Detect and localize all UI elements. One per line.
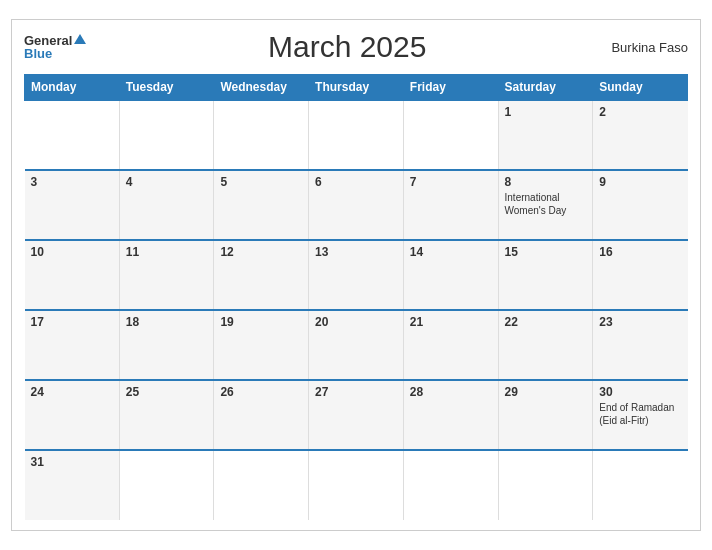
day-number: 29 bbox=[505, 385, 587, 399]
day-number: 23 bbox=[599, 315, 681, 329]
calendar-table: Monday Tuesday Wednesday Thursday Friday… bbox=[24, 74, 688, 520]
day-number: 21 bbox=[410, 315, 492, 329]
table-row: 21 bbox=[403, 310, 498, 380]
table-row: 2 bbox=[593, 100, 688, 170]
table-row: 23 bbox=[593, 310, 688, 380]
table-row: 7 bbox=[403, 170, 498, 240]
table-row: 17 bbox=[25, 310, 120, 380]
event-label: End of Ramadan (Eid al-Fitr) bbox=[599, 401, 681, 427]
day-number: 17 bbox=[31, 315, 113, 329]
day-number: 4 bbox=[126, 175, 208, 189]
calendar-container: General Blue March 2025 Burkina Faso Mon… bbox=[11, 19, 701, 531]
day-number: 1 bbox=[505, 105, 587, 119]
table-row: 31 bbox=[25, 450, 120, 520]
day-number: 25 bbox=[126, 385, 208, 399]
table-row: 24 bbox=[25, 380, 120, 450]
day-number: 16 bbox=[599, 245, 681, 259]
table-row bbox=[403, 100, 498, 170]
event-label: International Women's Day bbox=[505, 191, 587, 217]
table-row bbox=[119, 450, 214, 520]
day-number: 8 bbox=[505, 175, 587, 189]
calendar-header: General Blue March 2025 Burkina Faso bbox=[24, 30, 688, 64]
table-row: 25 bbox=[119, 380, 214, 450]
table-row: 30End of Ramadan (Eid al-Fitr) bbox=[593, 380, 688, 450]
table-row: 19 bbox=[214, 310, 309, 380]
table-row bbox=[214, 100, 309, 170]
day-number: 19 bbox=[220, 315, 302, 329]
day-number: 20 bbox=[315, 315, 397, 329]
day-number: 12 bbox=[220, 245, 302, 259]
calendar-week-row: 31 bbox=[25, 450, 688, 520]
table-row bbox=[214, 450, 309, 520]
table-row bbox=[119, 100, 214, 170]
day-number: 26 bbox=[220, 385, 302, 399]
day-number: 2 bbox=[599, 105, 681, 119]
country-name: Burkina Faso bbox=[608, 40, 688, 55]
table-row bbox=[498, 450, 593, 520]
day-number: 13 bbox=[315, 245, 397, 259]
table-row: 18 bbox=[119, 310, 214, 380]
table-row: 28 bbox=[403, 380, 498, 450]
table-row: 12 bbox=[214, 240, 309, 310]
day-number: 5 bbox=[220, 175, 302, 189]
day-number: 14 bbox=[410, 245, 492, 259]
day-number: 3 bbox=[31, 175, 113, 189]
day-number: 10 bbox=[31, 245, 113, 259]
table-row bbox=[593, 450, 688, 520]
table-row: 5 bbox=[214, 170, 309, 240]
calendar-week-row: 24252627282930End of Ramadan (Eid al-Fit… bbox=[25, 380, 688, 450]
day-number: 6 bbox=[315, 175, 397, 189]
table-row: 1 bbox=[498, 100, 593, 170]
day-number: 11 bbox=[126, 245, 208, 259]
month-title: March 2025 bbox=[86, 30, 608, 64]
table-row: 27 bbox=[309, 380, 404, 450]
logo-blue-text: Blue bbox=[24, 47, 52, 60]
day-number: 31 bbox=[31, 455, 113, 469]
calendar-week-row: 10111213141516 bbox=[25, 240, 688, 310]
table-row: 26 bbox=[214, 380, 309, 450]
day-number: 9 bbox=[599, 175, 681, 189]
table-row: 14 bbox=[403, 240, 498, 310]
calendar-week-row: 345678International Women's Day9 bbox=[25, 170, 688, 240]
table-row: 3 bbox=[25, 170, 120, 240]
table-row: 8International Women's Day bbox=[498, 170, 593, 240]
day-number: 28 bbox=[410, 385, 492, 399]
table-row: 6 bbox=[309, 170, 404, 240]
table-row: 20 bbox=[309, 310, 404, 380]
col-sunday: Sunday bbox=[593, 75, 688, 101]
calendar-week-row: 12 bbox=[25, 100, 688, 170]
table-row: 13 bbox=[309, 240, 404, 310]
table-row bbox=[309, 450, 404, 520]
table-row: 11 bbox=[119, 240, 214, 310]
day-number: 18 bbox=[126, 315, 208, 329]
table-row bbox=[403, 450, 498, 520]
table-row: 9 bbox=[593, 170, 688, 240]
day-number: 22 bbox=[505, 315, 587, 329]
table-row: 29 bbox=[498, 380, 593, 450]
table-row: 15 bbox=[498, 240, 593, 310]
col-friday: Friday bbox=[403, 75, 498, 101]
weekday-header-row: Monday Tuesday Wednesday Thursday Friday… bbox=[25, 75, 688, 101]
col-monday: Monday bbox=[25, 75, 120, 101]
logo: General Blue bbox=[24, 34, 86, 60]
col-thursday: Thursday bbox=[309, 75, 404, 101]
table-row: 10 bbox=[25, 240, 120, 310]
day-number: 27 bbox=[315, 385, 397, 399]
table-row: 22 bbox=[498, 310, 593, 380]
table-row bbox=[309, 100, 404, 170]
col-saturday: Saturday bbox=[498, 75, 593, 101]
day-number: 24 bbox=[31, 385, 113, 399]
day-number: 30 bbox=[599, 385, 681, 399]
day-number: 7 bbox=[410, 175, 492, 189]
table-row: 4 bbox=[119, 170, 214, 240]
col-wednesday: Wednesday bbox=[214, 75, 309, 101]
table-row bbox=[25, 100, 120, 170]
col-tuesday: Tuesday bbox=[119, 75, 214, 101]
logo-triangle-icon bbox=[74, 34, 86, 44]
day-number: 15 bbox=[505, 245, 587, 259]
calendar-week-row: 17181920212223 bbox=[25, 310, 688, 380]
table-row: 16 bbox=[593, 240, 688, 310]
